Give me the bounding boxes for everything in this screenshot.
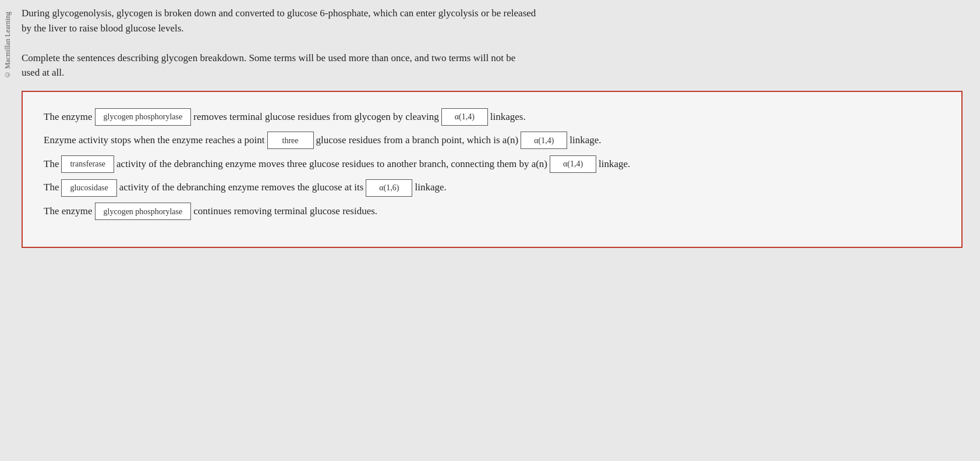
s3-pre2: connecting them by a(n) [451, 155, 547, 173]
exercise-box: The enzyme glycogen phosphorylase remove… [22, 91, 963, 249]
s4-box2: α(1,6) [366, 179, 412, 197]
s1-box2: α(1,4) [441, 108, 488, 126]
s2-post: linkage. [569, 132, 601, 150]
s3-box1: transferase [61, 155, 114, 173]
s5-pre: The enzyme [44, 203, 93, 221]
s3-box2: α(1,4) [550, 155, 596, 173]
intro-line2: by the liver to raise blood glucose leve… [22, 23, 184, 34]
s4-mid: activity of the debranching enzyme remov… [119, 179, 364, 197]
s3-mid: activity of the debranching enzyme moves… [116, 155, 448, 173]
s3-post: linkage. [599, 155, 630, 173]
sentence-4: The glucosidase activity of the debranch… [44, 179, 940, 197]
sentence-1: The enzyme glycogen phosphorylase remove… [44, 108, 940, 126]
s4-post: linkage. [415, 179, 446, 197]
s1-box1: glycogen phosphorylase [95, 108, 192, 126]
s4-box1: glucosidase [61, 179, 116, 197]
s2-mid: glucose residues from a branch point, [316, 132, 465, 150]
s2-pre2: which is a(n) [466, 132, 518, 150]
s3-pre: The [44, 155, 59, 173]
s1-mid: removes terminal glucose residues from g… [193, 108, 439, 126]
s1-pre: The enzyme [44, 108, 93, 126]
sentence-2: Enzyme activity stops when the enzyme re… [44, 132, 940, 150]
intro-line4: used at all. [22, 67, 64, 78]
s2-box1: three [267, 132, 314, 149]
s2-box2: α(1,4) [521, 132, 567, 149]
s5-post: continues removing terminal glucose resi… [193, 203, 377, 221]
sentence-3: The transferase activity of the debranch… [44, 155, 940, 173]
sidebar-copyright: © Macmillan Learning [0, 6, 16, 84]
intro-line1: During glycogenolysis, glycogen is broke… [22, 8, 536, 19]
page-wrapper: © Macmillan Learning During glycogenolys… [0, 0, 980, 461]
intro-paragraph: During glycogenolysis, glycogen is broke… [22, 6, 963, 80]
s4-pre: The [44, 179, 59, 197]
s1-post: linkages. [490, 108, 526, 126]
main-content: During glycogenolysis, glycogen is broke… [16, 0, 980, 461]
intro-line3: Complete the sentences describing glycog… [22, 52, 515, 63]
s5-box1: glycogen phosphorylase [95, 203, 192, 220]
sentence-5: The enzyme glycogen phosphorylase contin… [44, 203, 940, 221]
s2-pre: Enzyme activity stops when the enzyme re… [44, 132, 265, 150]
